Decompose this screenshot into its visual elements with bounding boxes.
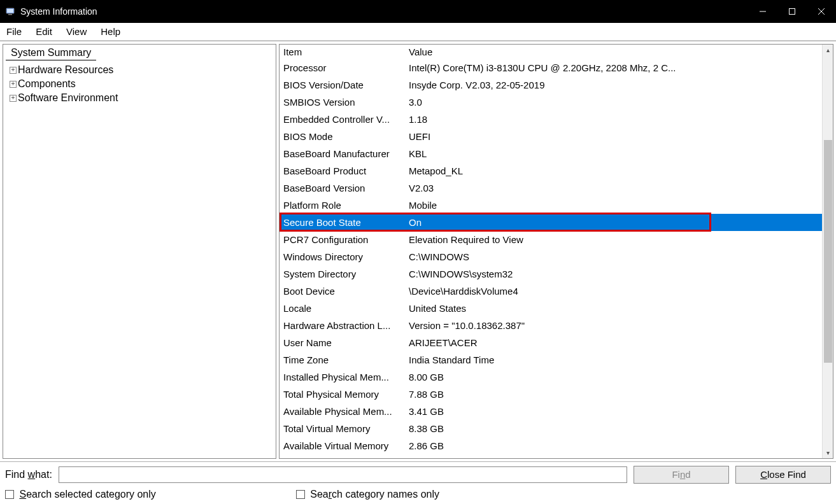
table-row[interactable]: Total Physical Memory7.88 GB — [280, 386, 822, 403]
table-row[interactable]: Available Virtual Memory2.86 GB — [280, 437, 822, 454]
find-input[interactable] — [59, 466, 627, 483]
cell-value: \Device\HarddiskVolume4 — [405, 286, 822, 297]
table-row[interactable]: Time ZoneIndia Standard Time — [280, 351, 822, 368]
table-row[interactable]: System DirectoryC:\WINDOWS\system32 — [280, 265, 822, 283]
cell-value: Elevation Required to View — [405, 234, 822, 245]
table-row[interactable]: Windows DirectoryC:\WINDOWS — [280, 248, 822, 265]
table-row[interactable]: BaseBoard ManufacturerKBL — [280, 145, 822, 162]
menu-file[interactable]: File — [4, 25, 24, 38]
checkbox-icon — [5, 490, 14, 499]
expand-icon[interactable]: + — [10, 67, 17, 74]
table-row[interactable]: Installed Physical Mem...8.00 GB — [280, 368, 822, 386]
find-button[interactable]: Find — [634, 466, 729, 484]
cell-value: 1.18 — [405, 114, 822, 125]
column-header-value[interactable]: Value — [405, 45, 822, 59]
cell-value: India Standard Time — [405, 354, 822, 365]
search-selected-category-checkbox[interactable]: Search selected category only — [5, 489, 156, 500]
cell-item: Platform Role — [280, 200, 405, 211]
maximize-button[interactable] — [777, 0, 807, 23]
cell-value: Intel(R) Core(TM) i3-8130U CPU @ 2.20GHz… — [405, 62, 822, 73]
cell-item: Hardware Abstraction L... — [280, 320, 405, 331]
cell-value: C:\WINDOWS — [405, 251, 822, 262]
cell-item: User Name — [280, 337, 405, 348]
cell-value: ARIJEET\ACER — [405, 337, 822, 348]
cell-value: Mobile — [405, 200, 822, 211]
cell-item: BIOS Version/Date — [280, 80, 405, 90]
table-row[interactable]: Available Physical Mem...3.41 GB — [280, 403, 822, 420]
table-row[interactable]: BaseBoard ProductMetapod_KL — [280, 162, 822, 179]
table-row[interactable]: ProcessorIntel(R) Core(TM) i3-8130U CPU … — [280, 59, 822, 76]
menu-view[interactable]: View — [64, 25, 89, 38]
svg-rect-4 — [790, 9, 795, 15]
close-button[interactable] — [807, 0, 836, 23]
table-row[interactable]: PCR7 ConfigurationElevation Required to … — [280, 231, 822, 248]
table-headers: Item Value — [280, 45, 822, 59]
expand-icon[interactable]: + — [10, 95, 17, 102]
find-label: Find what: — [5, 469, 52, 480]
expand-icon[interactable]: + — [10, 81, 17, 88]
cell-item: Available Virtual Memory — [280, 440, 405, 451]
search-category-names-checkbox[interactable]: Search category names only — [296, 489, 439, 500]
cell-value: Metapod_KL — [405, 165, 822, 176]
cell-value: 8.38 GB — [405, 423, 822, 434]
cell-value: 3.0 — [405, 97, 822, 108]
column-header-item[interactable]: Item — [280, 45, 405, 59]
table-row[interactable]: Secure Boot StateOn — [280, 214, 822, 231]
cell-item: Boot Device — [280, 286, 405, 297]
cell-item: Installed Physical Mem... — [280, 372, 405, 382]
cell-value: 7.88 GB — [405, 389, 822, 400]
main-area: System Summary + Hardware Resources + Co… — [0, 41, 836, 461]
window-title: System Information — [20, 6, 97, 17]
scroll-down-icon[interactable]: ▾ — [823, 447, 833, 458]
window-controls — [748, 0, 836, 23]
table-row[interactable]: LocaleUnited States — [280, 300, 822, 317]
cell-item: Processor — [280, 62, 405, 73]
cell-value: United States — [405, 303, 822, 314]
cell-value: 2.86 GB — [405, 440, 822, 451]
table-row[interactable]: Embedded Controller V...1.18 — [280, 111, 822, 128]
tree-item-software-environment[interactable]: + Software Environment — [3, 91, 276, 105]
svg-rect-2 — [8, 14, 12, 15]
table-row[interactable]: BIOS Version/DateInsyde Corp. V2.03, 22-… — [280, 76, 822, 94]
cell-value: C:\WINDOWS\system32 — [405, 269, 822, 279]
cell-item: Secure Boot State — [280, 217, 405, 228]
cell-item: BIOS Mode — [280, 131, 405, 142]
tree-item-label: Hardware Resources — [18, 64, 113, 76]
tree-header[interactable]: System Summary — [6, 45, 96, 60]
cell-item: BaseBoard Version — [280, 183, 405, 193]
cell-item: Total Physical Memory — [280, 389, 405, 400]
tree-item-components[interactable]: + Components — [3, 77, 276, 91]
cell-value: Version = "10.0.18362.387" — [405, 320, 822, 331]
table-row[interactable]: User NameARIJEET\ACER — [280, 334, 822, 351]
tree-item-label: Components — [18, 78, 76, 90]
app-icon — [5, 6, 15, 17]
cell-item: PCR7 Configuration — [280, 234, 405, 245]
tree-pane: System Summary + Hardware Resources + Co… — [3, 44, 276, 459]
cell-item: SMBIOS Version — [280, 97, 405, 108]
cell-value: KBL — [405, 148, 822, 159]
table-row[interactable]: SMBIOS Version3.0 — [280, 94, 822, 111]
vertical-scrollbar[interactable]: ▴ ▾ — [822, 45, 833, 458]
table-row[interactable]: BIOS ModeUEFI — [280, 128, 822, 145]
close-find-button[interactable]: Close Find — [735, 466, 831, 484]
checkbox-icon — [296, 490, 305, 499]
cell-value: 8.00 GB — [405, 372, 822, 382]
scroll-up-icon[interactable]: ▴ — [823, 45, 833, 55]
svg-rect-1 — [7, 9, 13, 13]
minimize-button[interactable] — [748, 0, 777, 23]
cell-value: UEFI — [405, 131, 822, 142]
table-row[interactable]: Boot Device\Device\HarddiskVolume4 — [280, 283, 822, 300]
menu-bar: File Edit View Help — [0, 23, 836, 41]
cell-item: Available Physical Mem... — [280, 406, 405, 417]
table-row[interactable]: BaseBoard VersionV2.03 — [280, 179, 822, 197]
table-row[interactable]: Hardware Abstraction L...Version = "10.0… — [280, 317, 822, 334]
menu-help[interactable]: Help — [98, 25, 123, 38]
table-row[interactable]: Total Virtual Memory8.38 GB — [280, 420, 822, 437]
tree-item-hardware-resources[interactable]: + Hardware Resources — [3, 63, 276, 77]
table-pane: Item Value ProcessorIntel(R) Core(TM) i3… — [279, 44, 833, 459]
table-row[interactable]: Platform RoleMobile — [280, 197, 822, 214]
cell-item: BaseBoard Manufacturer — [280, 148, 405, 159]
scroll-thumb[interactable] — [824, 140, 832, 363]
table-body: Item Value ProcessorIntel(R) Core(TM) i3… — [280, 45, 822, 458]
menu-edit[interactable]: Edit — [33, 25, 55, 38]
